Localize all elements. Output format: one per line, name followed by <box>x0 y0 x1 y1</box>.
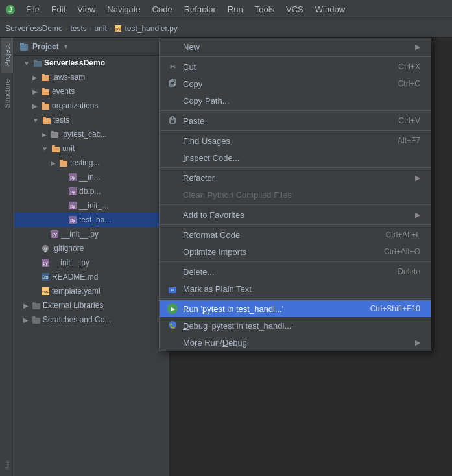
ctx-favorites[interactable]: Add to Favorites ▶ <box>160 206 431 223</box>
ctx-new[interactable]: New ▶ <box>160 38 431 55</box>
svg-rect-12 <box>42 104 49 110</box>
svg-text:py: py <box>116 27 121 32</box>
menu-window[interactable]: Window <box>310 3 350 16</box>
menu-vcs[interactable]: VCS <box>281 3 309 16</box>
tree-item-db[interactable]: py db.p... <box>14 184 169 198</box>
menu-bar: J File Edit View Navigate Code Refactor … <box>0 0 452 19</box>
template-label: template.yaml <box>52 287 101 296</box>
ctx-mark-plain-icon: P <box>167 285 178 293</box>
menu-edit[interactable]: Edit <box>46 3 71 16</box>
breadcrumb-item-3[interactable]: py test_handler.py <box>114 24 177 33</box>
tree-item-pytest-cache[interactable]: ▶ .pytest_cac... <box>14 127 169 141</box>
ctx-delete-label: Delete... <box>183 267 392 277</box>
testing-label: testing... <box>70 158 99 167</box>
left-tab-project[interactable]: Project <box>1 38 13 73</box>
ctx-copy-label: Copy <box>183 79 393 89</box>
left-tab-ites[interactable]: ites <box>2 454 12 476</box>
tree-header: Project ▾ <box>14 38 169 56</box>
breadcrumb-item-2[interactable]: unit <box>94 24 106 33</box>
ctx-cut[interactable]: ✂ Cut Ctrl+X <box>160 58 431 75</box>
ctx-clean: Clean Python Compiled Files <box>160 186 431 203</box>
breadcrumb-sep-1: › <box>89 25 92 32</box>
menu-file[interactable]: File <box>21 3 45 16</box>
menu-refactor[interactable]: Refactor <box>179 3 221 16</box>
ctx-run[interactable]: Run 'pytest in test_handl...' Ctrl+Shift… <box>160 300 431 317</box>
tree-item-test-handler[interactable]: py test_ha... <box>14 213 169 227</box>
breadcrumb-sep-2: › <box>110 25 112 32</box>
ctx-more-run[interactable]: More Run/Debug ▶ <box>160 334 431 351</box>
tree-item-init3[interactable]: py __init__.py <box>14 227 169 241</box>
tree-root[interactable]: ▼ ServerlessDemo <box>14 56 169 70</box>
ctx-mark-plain[interactable]: P Mark as Plain Text <box>160 280 431 297</box>
ctx-delete[interactable]: Delete... Delete <box>160 263 431 280</box>
ctx-new-label: New <box>183 42 410 52</box>
tree-item-aws-sam[interactable]: ▶ .aws-sam <box>14 70 169 84</box>
ctx-refactor-label: Refactor <box>183 173 410 183</box>
test-ha-label: test_ha... <box>79 215 111 224</box>
ctx-paste-icon <box>167 116 178 125</box>
svg-rect-11 <box>42 88 45 90</box>
menu-run[interactable]: Run <box>222 3 248 16</box>
readme-label: README.md <box>52 272 98 281</box>
ctx-find-usages-shortcut: Alt+F7 <box>398 136 420 145</box>
project-dropdown-icon[interactable]: ▾ <box>64 43 67 50</box>
svg-text:py: py <box>70 189 75 195</box>
events-arrow: ▶ <box>32 88 38 95</box>
organizations-arrow: ▶ <box>32 102 38 110</box>
ctx-copy-shortcut: Ctrl+C <box>398 79 420 88</box>
ctx-reformat-shortcut: Ctrl+Alt+L <box>386 230 420 239</box>
ctx-refactor[interactable]: Refactor ▶ <box>160 169 431 186</box>
ctx-find-usages[interactable]: Find Usages Alt+F7 <box>160 132 431 149</box>
tree-item-ext-libs[interactable]: ▶ External Libraries <box>14 298 169 313</box>
svg-rect-47 <box>171 117 174 119</box>
menu-navigate[interactable]: Navigate <box>102 3 145 16</box>
tree-item-init2[interactable]: py __init_... <box>14 198 169 213</box>
svg-text:MD: MD <box>42 276 49 280</box>
ctx-debug[interactable]: 🐛 Debug 'pytest in test_handl...' <box>160 317 431 334</box>
ctx-reformat[interactable]: Reformat Code Ctrl+Alt+L <box>160 226 431 243</box>
menu-code[interactable]: Code <box>147 3 178 16</box>
svg-text:py: py <box>52 232 57 237</box>
ctx-run-icon <box>167 303 178 314</box>
tree-item-organizations[interactable]: ▶ organizations <box>14 99 169 113</box>
svg-text:YML: YML <box>42 290 49 294</box>
ctx-optimize[interactable]: Optimize Imports Ctrl+Alt+O <box>160 243 431 260</box>
svg-rect-45 <box>171 80 176 85</box>
ctx-copy-path-label: Copy Path... <box>183 96 420 106</box>
ctx-sep-8 <box>160 298 431 299</box>
ctx-inspect-label: Inspect Code... <box>183 153 420 163</box>
tree-item-events[interactable]: ▶ events <box>14 84 169 99</box>
ctx-paste-shortcut: Ctrl+V <box>398 116 420 125</box>
svg-rect-19 <box>52 145 55 147</box>
tree-item-tests[interactable]: ▼ tests <box>14 113 169 127</box>
svg-text:py: py <box>43 261 48 266</box>
menu-view[interactable]: View <box>72 3 101 16</box>
breadcrumb-item-0[interactable]: ServerlessDemo <box>5 24 63 33</box>
left-tab-structure[interactable]: Structure <box>1 73 13 115</box>
project-panel-label: Project <box>32 42 59 51</box>
tree-item-unit[interactable]: ▼ unit <box>14 141 169 156</box>
ext-arrow: ▶ <box>23 302 29 309</box>
ctx-sep-2 <box>160 110 431 111</box>
tree-item-template[interactable]: YML template.yaml <box>14 284 169 298</box>
svg-rect-21 <box>60 160 63 161</box>
svg-rect-17 <box>51 131 54 133</box>
ctx-cut-icon: ✂ <box>167 63 178 71</box>
ctx-inspect[interactable]: Inspect Code... <box>160 149 431 166</box>
tree-item-scratches[interactable]: ▶ Scratches and Co... <box>14 313 169 327</box>
tree-item-testing[interactable]: ▶ testing... <box>14 156 169 170</box>
ctx-new-arrow: ▶ <box>415 43 420 51</box>
ctx-copy[interactable]: Copy Ctrl+C <box>160 75 431 92</box>
tree-item-readme[interactable]: MD README.md <box>14 270 169 284</box>
tree-item-init4[interactable]: py __init__.py <box>14 256 169 270</box>
svg-rect-44 <box>169 81 174 86</box>
menu-tools[interactable]: Tools <box>250 3 280 16</box>
ctx-copy-path[interactable]: Copy Path... <box>160 92 431 109</box>
tree-item-gitignore[interactable]: g .gitignore <box>14 241 169 256</box>
ctx-paste[interactable]: Paste Ctrl+V <box>160 112 431 129</box>
ctx-cut-shortcut: Ctrl+X <box>398 62 420 71</box>
svg-rect-14 <box>43 118 51 124</box>
breadcrumb-item-1[interactable]: tests <box>70 24 86 33</box>
left-tabs: Project Structure ites <box>0 38 14 476</box>
tree-item-init1[interactable]: py __in... <box>14 170 169 184</box>
